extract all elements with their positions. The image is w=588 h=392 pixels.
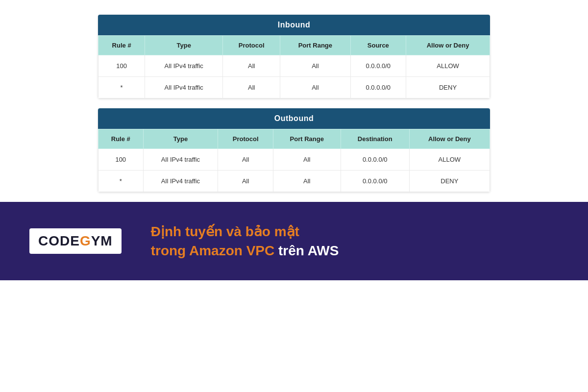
inbound-col-allowdeny: Allow or Deny [406, 36, 490, 55]
inbound-table-wrapper: Inbound Rule # Type Protocol Port Range … [98, 15, 490, 98]
cell-rule: 100 [98, 149, 144, 171]
table-row: * All IPv4 traffic All All 0.0.0.0/0 DEN… [98, 171, 490, 192]
inbound-col-type: Type [145, 36, 223, 55]
outbound-col-type: Type [143, 129, 218, 149]
cell-destination: 0.0.0.0/0 [341, 149, 409, 171]
outbound-col-destination: Destination [341, 129, 409, 149]
footer-title-block: Định tuyến và bảo mật trong Amazon VPC t… [151, 222, 339, 260]
inbound-col-rule: Rule # [98, 36, 145, 55]
outbound-title: Outbound [98, 108, 490, 129]
outbound-table: Rule # Type Protocol Port Range Destinat… [98, 129, 490, 192]
outbound-table-wrapper: Outbound Rule # Type Protocol Port Range… [98, 108, 490, 192]
cell-portrange: All [273, 171, 341, 192]
cell-action: ALLOW [406, 55, 490, 77]
cell-portrange: All [280, 77, 350, 98]
cell-rule: 100 [98, 55, 145, 77]
footer-line1: Định tuyến và bảo mật [151, 224, 299, 239]
main-content: Inbound Rule # Type Protocol Port Range … [0, 0, 588, 202]
cell-destination: 0.0.0.0/0 [341, 171, 409, 192]
cell-source: 0.0.0.0/0 [350, 55, 406, 77]
cell-type: All IPv4 traffic [145, 77, 223, 98]
footer-line2-orange: trong Amazon VPC [151, 243, 275, 258]
inbound-title: Inbound [98, 15, 490, 35]
table-row: 100 All IPv4 traffic All All 0.0.0.0/0 A… [98, 55, 490, 77]
logo-text: CODEGYM [38, 233, 113, 249]
cell-type: All IPv4 traffic [143, 171, 218, 192]
cell-rule: * [98, 171, 144, 192]
cell-protocol: All [218, 171, 273, 192]
cell-action: DENY [406, 77, 490, 98]
cell-protocol: All [223, 55, 280, 77]
cell-rule: * [98, 77, 145, 98]
cell-source: 0.0.0.0/0 [350, 77, 406, 98]
cell-portrange: All [280, 55, 350, 77]
cell-protocol: All [218, 149, 273, 171]
footer-line2-white: trên AWS [274, 243, 339, 258]
cell-portrange: All [273, 149, 341, 171]
footer-bar: CODEGYM Định tuyến và bảo mật trong Amaz… [0, 202, 588, 280]
outbound-col-portrange: Port Range [273, 129, 341, 149]
cell-action: ALLOW [409, 149, 490, 171]
inbound-col-portrange: Port Range [280, 36, 350, 55]
inbound-table: Rule # Type Protocol Port Range Source A… [98, 35, 490, 98]
cell-action: DENY [409, 171, 490, 192]
inbound-col-source: Source [350, 36, 406, 55]
footer-title: Định tuyến và bảo mật trong Amazon VPC t… [151, 222, 339, 260]
cell-type: All IPv4 traffic [143, 149, 218, 171]
logo-box: CODEGYM [29, 228, 122, 254]
cell-type: All IPv4 traffic [145, 55, 223, 77]
inbound-header-row: Rule # Type Protocol Port Range Source A… [98, 36, 490, 55]
table-row: * All IPv4 traffic All All 0.0.0.0/0 DEN… [98, 77, 490, 98]
outbound-col-allowdeny: Allow or Deny [409, 129, 490, 149]
outbound-col-rule: Rule # [98, 129, 144, 149]
outbound-header-row: Rule # Type Protocol Port Range Destinat… [98, 129, 490, 149]
table-row: 100 All IPv4 traffic All All 0.0.0.0/0 A… [98, 149, 490, 171]
cell-protocol: All [223, 77, 280, 98]
inbound-col-protocol: Protocol [223, 36, 280, 55]
outbound-col-protocol: Protocol [218, 129, 273, 149]
